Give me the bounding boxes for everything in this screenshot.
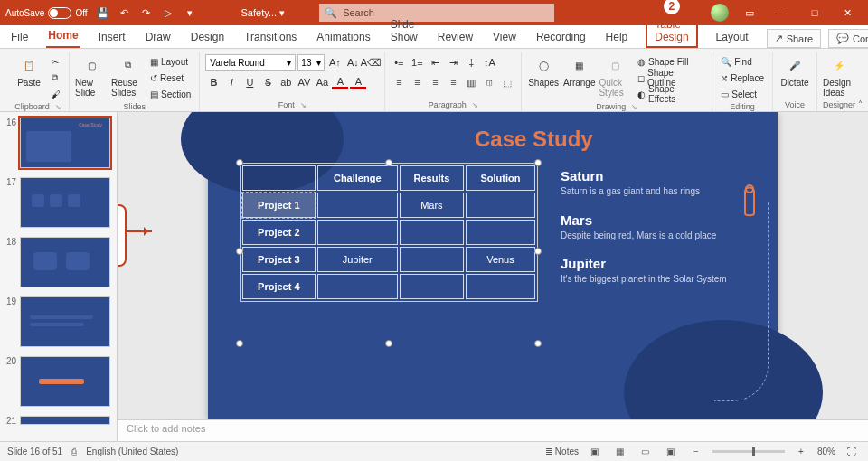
slide-thumbnail-21[interactable]	[20, 416, 110, 425]
maximize-icon[interactable]: □	[799, 0, 830, 25]
slide-scroll[interactable]: 1 Select the specific cell to change the…	[118, 112, 868, 419]
selection-handle[interactable]	[534, 248, 542, 255]
table-cell[interactable]: Project 3	[242, 247, 316, 272]
slide-thumbnails-pane[interactable]: 16Case Study 17 18 19 20 21	[0, 112, 118, 441]
slide-thumbnail-20[interactable]	[20, 356, 110, 407]
ribbon-display-icon[interactable]: ▭	[734, 0, 765, 25]
layout-button[interactable]: ▦Layout	[147, 54, 193, 69]
accessibility-icon[interactable]: ⎙	[71, 447, 77, 456]
minimize-icon[interactable]: —	[767, 0, 797, 25]
bullets-button[interactable]: •≡	[391, 54, 407, 71]
align-center-button[interactable]: ≡	[409, 74, 425, 90]
slideshow-start-icon[interactable]: ▷	[160, 5, 176, 21]
font-launcher-icon[interactable]: ↘	[300, 101, 307, 109]
table-cell[interactable]: Project 4	[242, 274, 316, 299]
font-size-select[interactable]: 13▾	[297, 54, 325, 71]
decrease-indent-button[interactable]: ⇤	[427, 54, 443, 71]
numbering-button[interactable]: 1≡	[409, 54, 425, 71]
find-button[interactable]: 🔍Find	[718, 54, 767, 69]
qat-customize-icon[interactable]: ▾	[182, 5, 198, 21]
bold-button[interactable]: B	[205, 74, 222, 90]
slide-table[interactable]: Challenge Results Solution Project 1 Mar…	[240, 163, 538, 302]
replace-button[interactable]: ⤭Replace	[718, 71, 767, 85]
reuse-slides-button[interactable]: ⧉Reuse Slides	[111, 54, 144, 98]
slide-counter[interactable]: Slide 16 of 51	[7, 447, 62, 456]
slide-title[interactable]: Case Study	[475, 127, 593, 152]
tab-file[interactable]: File	[9, 27, 30, 48]
table-cell[interactable]	[466, 220, 535, 245]
selection-handle[interactable]	[236, 248, 243, 255]
close-icon[interactable]: ✕	[832, 0, 863, 25]
shape-fill-button[interactable]: ◍Shape Fill	[635, 54, 706, 69]
design-ideas-button[interactable]: ⚡Design Ideas	[823, 54, 855, 98]
underline-button[interactable]: U	[241, 74, 258, 90]
align-text-button[interactable]: ⎅	[481, 74, 497, 90]
table-cell[interactable]	[317, 220, 398, 245]
font-color-button[interactable]: A	[350, 76, 366, 89]
selection-handle[interactable]	[236, 340, 243, 347]
selection-handle[interactable]	[385, 340, 392, 347]
reset-button[interactable]: ↺Reset	[147, 71, 193, 85]
font-name-select[interactable]: Varela Round▾	[205, 54, 296, 71]
sorter-view-icon[interactable]: ▦	[611, 445, 629, 459]
clipboard-launcher-icon[interactable]: ↘	[55, 103, 61, 111]
tab-slideshow[interactable]: Slide Show	[389, 14, 420, 48]
arrange-button[interactable]: ▦Arrange	[563, 54, 596, 88]
table-header[interactable]: Solution	[466, 165, 535, 191]
cut-button[interactable]: ✂	[49, 54, 63, 69]
share-button[interactable]: ↗Share	[767, 29, 821, 48]
tab-home[interactable]: Home	[46, 25, 80, 48]
table-cell[interactable]	[400, 220, 464, 245]
increase-indent-button[interactable]: ⇥	[445, 54, 461, 71]
slide-thumbnail-17[interactable]	[20, 177, 110, 228]
tab-design[interactable]: Design	[189, 27, 226, 48]
table-header[interactable]: Results	[400, 165, 464, 191]
dictate-button[interactable]: 🎤Dictate	[778, 54, 811, 88]
user-avatar[interactable]	[711, 4, 729, 22]
table-cell[interactable]: Project 2	[242, 220, 316, 245]
shape-outline-button[interactable]: ◻Shape Outline	[635, 71, 706, 85]
table-cell[interactable]	[400, 274, 464, 299]
shape-effects-button[interactable]: ◐Shape Effects	[635, 87, 706, 101]
quick-styles-button[interactable]: ▢Quick Styles	[599, 54, 631, 98]
shapes-button[interactable]: ◯Shapes	[527, 54, 560, 88]
tab-layout[interactable]: Layout	[714, 27, 750, 48]
table-cell-selected[interactable]: Project 1	[242, 193, 316, 218]
table-cell[interactable]: Venus	[466, 247, 535, 272]
tab-transitions[interactable]: Transitions	[242, 27, 298, 48]
notes-pane[interactable]: Click to add notes	[118, 419, 868, 441]
paragraph-launcher-icon[interactable]: ↘	[472, 101, 478, 109]
strikethrough-button[interactable]: S̶	[259, 74, 276, 90]
new-slide-button[interactable]: ▢New Slide	[75, 54, 108, 98]
table-cell[interactable]	[466, 193, 535, 218]
zoom-out-icon[interactable]: −	[687, 445, 705, 459]
table-cell[interactable]	[317, 274, 398, 299]
tab-draw[interactable]: Draw	[144, 27, 173, 48]
change-case-button[interactable]: Aa	[314, 74, 330, 90]
italic-button[interactable]: I	[223, 74, 240, 90]
align-right-button[interactable]: ≡	[427, 74, 443, 90]
char-spacing-button[interactable]: AV	[296, 74, 312, 90]
align-left-button[interactable]: ≡	[391, 74, 407, 90]
search-input[interactable]: 🔍 Search	[319, 4, 554, 22]
smartart-button[interactable]: ⬚	[499, 74, 515, 90]
table-cell[interactable]	[466, 274, 535, 299]
justify-button[interactable]: ≡	[445, 74, 461, 90]
table-cell[interactable]	[400, 247, 464, 272]
info-column[interactable]: SaturnSaturn is a gas giant and has ring…	[561, 168, 732, 300]
text-direction-button[interactable]: ↕A	[481, 54, 497, 71]
selection-handle[interactable]	[385, 159, 392, 166]
paste-button[interactable]: 📋Paste	[13, 54, 45, 88]
tab-insert[interactable]: Insert	[97, 27, 127, 48]
drawing-launcher-icon[interactable]: ↘	[631, 103, 637, 111]
slide-canvas[interactable]: Case Study Challenge Results Solution Pr…	[208, 112, 778, 419]
select-button[interactable]: ▭Select	[718, 87, 767, 101]
table-header[interactable]: Challenge	[317, 165, 398, 191]
reading-view-icon[interactable]: ▭	[637, 445, 655, 459]
normal-view-icon[interactable]: ▣	[586, 445, 604, 459]
copy-button[interactable]: ⧉	[49, 71, 63, 85]
grow-font-button[interactable]: A↑	[326, 54, 343, 71]
fit-window-icon[interactable]: ⛶	[843, 445, 861, 459]
zoom-slider[interactable]	[712, 450, 785, 453]
language-label[interactable]: English (United States)	[86, 447, 178, 456]
